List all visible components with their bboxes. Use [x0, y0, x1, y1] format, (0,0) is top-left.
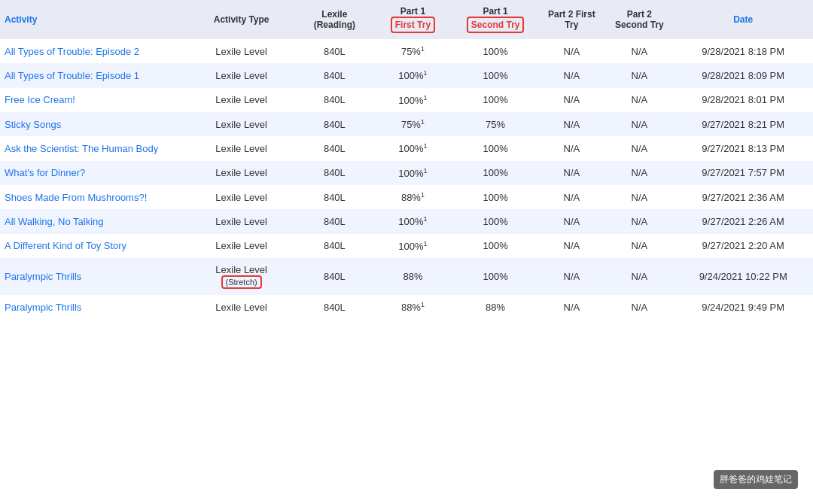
- table-row: Free Ice Cream!Lexile Level840L100%1100%…: [0, 88, 813, 112]
- cell-type: Lexile Level: [187, 209, 297, 233]
- cell-activity: Sticky Songs: [0, 112, 187, 136]
- cell-date: 9/28/2021 8:18 PM: [673, 39, 813, 63]
- cell-p1-second: 100%: [453, 185, 538, 209]
- part1-second-part-label: Part 1: [458, 6, 534, 17]
- cell-p2-second: N/A: [605, 161, 673, 185]
- type-line1: Lexile Level: [191, 264, 292, 275]
- activity-link[interactable]: What's for Dinner?: [5, 167, 85, 178]
- cell-p1-first: 100%1: [373, 88, 453, 112]
- cell-p1-first: 88%1: [373, 185, 453, 209]
- cell-p2-first: N/A: [537, 234, 605, 258]
- cell-type: Lexile Level(Stretch): [187, 258, 297, 295]
- cell-lexile: 840L: [297, 161, 373, 185]
- activity-link[interactable]: Sticky Songs: [5, 119, 61, 130]
- table-header: Activity Activity Type Lexile (Reading) …: [0, 0, 813, 39]
- cell-type: Lexile Level: [187, 39, 297, 63]
- superscript: 1: [424, 215, 428, 223]
- cell-lexile: 840L: [297, 88, 373, 112]
- cell-lexile: 840L: [297, 185, 373, 209]
- cell-p1-first: 100%1: [373, 209, 453, 233]
- cell-lexile: 840L: [297, 234, 373, 258]
- cell-p2-first: N/A: [537, 63, 605, 87]
- cell-p2-first: N/A: [537, 161, 605, 185]
- cell-date: 9/28/2021 8:01 PM: [673, 88, 813, 112]
- superscript: 1: [424, 94, 428, 102]
- activity-link[interactable]: Free Ice Cream!: [5, 94, 75, 105]
- cell-activity: What's for Dinner?: [0, 161, 187, 185]
- cell-p1-first: 88%: [373, 258, 453, 295]
- header-date[interactable]: Date: [673, 0, 813, 39]
- cell-type: Lexile Level: [187, 88, 297, 112]
- first-try-boxed-label: First Try: [391, 17, 435, 33]
- activity-link[interactable]: Paralympic Thrills: [5, 271, 81, 282]
- cell-p1-second: 100%: [453, 39, 538, 63]
- cell-lexile: 840L: [297, 63, 373, 87]
- header-part1-second: Part 1 Second Try: [453, 0, 538, 39]
- activity-link[interactable]: Shoes Made From Mushrooms?!: [5, 192, 147, 203]
- superscript: 1: [421, 45, 425, 53]
- cell-activity: All Walking, No Talking: [0, 209, 187, 233]
- type-line2-boxed: (Stretch): [191, 275, 292, 289]
- activity-link[interactable]: All Types of Trouble: Episode 1: [5, 70, 139, 81]
- cell-p1-first: 88%1: [373, 295, 453, 319]
- cell-type: Lexile Level: [187, 112, 297, 136]
- cell-p2-second: N/A: [605, 136, 673, 160]
- cell-activity: Shoes Made From Mushrooms?!: [0, 185, 187, 209]
- cell-p1-second: 100%: [453, 234, 538, 258]
- table-body: All Types of Trouble: Episode 2Lexile Le…: [0, 39, 813, 319]
- cell-p1-first: 100%1: [373, 161, 453, 185]
- activity-sort-link[interactable]: Activity: [5, 14, 37, 25]
- cell-date: 9/24/2021 10:22 PM: [673, 258, 813, 295]
- header-part2-second: Part 2 Second Try: [605, 0, 673, 39]
- table-row: All Walking, No TalkingLexile Level840L1…: [0, 209, 813, 233]
- cell-lexile: 840L: [297, 258, 373, 295]
- table-row: All Types of Trouble: Episode 2Lexile Le…: [0, 39, 813, 63]
- activity-link[interactable]: Ask the Scientist: The Human Body: [5, 143, 158, 154]
- header-activity[interactable]: Activity: [0, 0, 187, 39]
- cell-p2-second: N/A: [605, 295, 673, 319]
- cell-type: Lexile Level: [187, 185, 297, 209]
- cell-activity: All Types of Trouble: Episode 2: [0, 39, 187, 63]
- activity-link[interactable]: All Walking, No Talking: [5, 216, 104, 227]
- cell-p2-first: N/A: [537, 88, 605, 112]
- cell-p2-second: N/A: [605, 63, 673, 87]
- cell-activity: Paralympic Thrills: [0, 295, 187, 319]
- cell-date: 9/27/2021 2:20 AM: [673, 234, 813, 258]
- table-row: All Types of Trouble: Episode 1Lexile Le…: [0, 63, 813, 87]
- header-part2-first: Part 2 First Try: [537, 0, 605, 39]
- cell-p2-first: N/A: [537, 112, 605, 136]
- cell-p2-second: N/A: [605, 258, 673, 295]
- cell-p1-first: 75%1: [373, 39, 453, 63]
- cell-type: Lexile Level: [187, 234, 297, 258]
- table-row: A Different Kind of Toy StoryLexile Leve…: [0, 234, 813, 258]
- cell-date: 9/27/2021 2:36 AM: [673, 185, 813, 209]
- activity-link[interactable]: Paralympic Thrills: [5, 302, 81, 313]
- cell-p2-second: N/A: [605, 39, 673, 63]
- table-row: Sticky SongsLexile Level840L75%175%N/AN/…: [0, 112, 813, 136]
- header-lexile: Lexile (Reading): [297, 0, 373, 39]
- cell-date: 9/27/2021 7:57 PM: [673, 161, 813, 185]
- cell-p1-second: 88%: [453, 295, 538, 319]
- superscript: 1: [424, 167, 428, 175]
- cell-lexile: 840L: [297, 209, 373, 233]
- superscript: 1: [424, 142, 428, 150]
- activity-link[interactable]: A Different Kind of Toy Story: [5, 240, 126, 251]
- cell-p1-first: 100%1: [373, 136, 453, 160]
- table-row: Paralympic ThrillsLexile Level840L88%188…: [0, 295, 813, 319]
- cell-p1-second: 100%: [453, 161, 538, 185]
- table-row: Paralympic ThrillsLexile Level(Stretch)8…: [0, 258, 813, 295]
- cell-p1-second: 100%: [453, 88, 538, 112]
- activity-link[interactable]: All Types of Trouble: Episode 2: [5, 46, 139, 57]
- superscript: 1: [424, 240, 428, 247]
- cell-p1-first: 75%1: [373, 112, 453, 136]
- cell-type: Lexile Level: [187, 63, 297, 87]
- cell-type: Lexile Level: [187, 136, 297, 160]
- cell-activity: Free Ice Cream!: [0, 88, 187, 112]
- date-sort-link[interactable]: Date: [733, 14, 753, 25]
- second-try-boxed-label: Second Try: [467, 17, 525, 33]
- superscript: 1: [421, 118, 425, 126]
- superscript: 1: [421, 191, 425, 199]
- cell-p2-second: N/A: [605, 88, 673, 112]
- cell-p1-second: 100%: [453, 258, 538, 295]
- cell-lexile: 840L: [297, 295, 373, 319]
